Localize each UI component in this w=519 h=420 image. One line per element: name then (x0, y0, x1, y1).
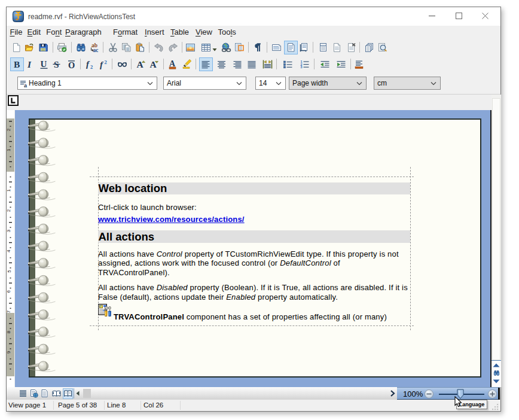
svg-text:2: 2 (105, 59, 107, 65)
svg-text:4: 4 (7, 249, 12, 252)
svg-text:f: f (100, 59, 104, 69)
svg-text:f: f (86, 59, 90, 69)
svg-text:I: I (27, 59, 32, 69)
svg-text:2: 2 (7, 209, 12, 212)
svg-text:O: O (68, 60, 75, 69)
svg-text:5: 5 (7, 270, 12, 273)
svg-text:B: B (14, 59, 20, 69)
svg-text:U: U (41, 59, 47, 69)
svg-text:A: A (169, 59, 176, 68)
svg-text:a: a (24, 83, 28, 89)
svg-text:2: 2 (7, 128, 12, 131)
svg-text:1: 1 (7, 148, 12, 151)
svg-text:9: 9 (7, 351, 12, 354)
svg-text:8: 8 (7, 330, 12, 333)
svg-text:3: 3 (300, 65, 302, 69)
svg-text:6: 6 (7, 290, 12, 293)
svg-text:2: 2 (90, 63, 93, 69)
svg-text:ac: ac (93, 47, 98, 53)
svg-text:A: A (150, 59, 157, 69)
svg-text:7: 7 (7, 310, 12, 313)
svg-text:1: 1 (7, 189, 12, 192)
svg-text:A: A (136, 59, 144, 69)
svg-text:3: 3 (7, 229, 12, 232)
